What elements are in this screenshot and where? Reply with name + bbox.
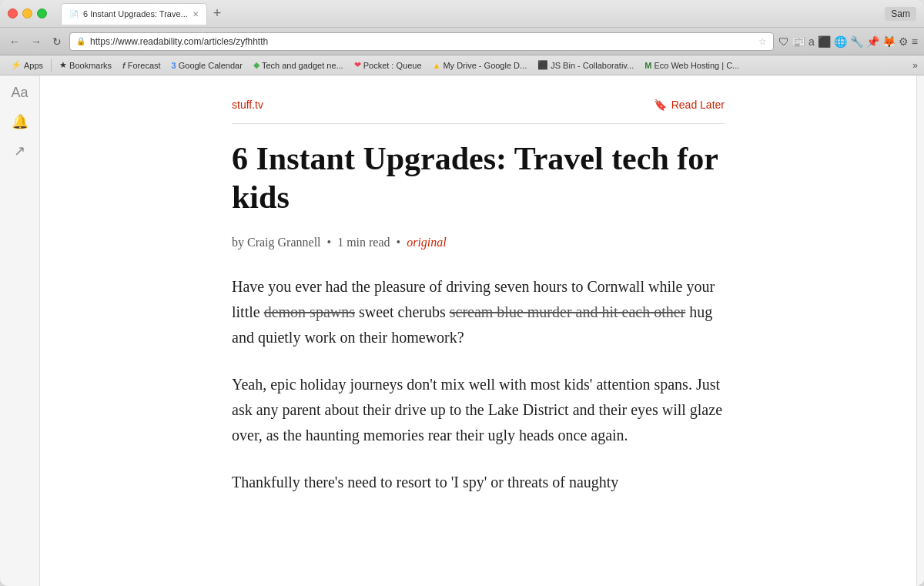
right-scrollbar[interactable] <box>916 75 924 586</box>
read-later-label: Read Later <box>671 99 725 111</box>
left-sidebar: Aa 🔔 ↗ <box>0 75 40 586</box>
bookmark-divider <box>51 59 52 72</box>
pocket-bookmark-icon: ❤ <box>354 60 361 70</box>
url-text: https://www.readability.com/articles/zyf… <box>90 36 754 47</box>
main-area: Aa 🔔 ↗ stuff.tv 🔖 Read Later 6 Instant U… <box>0 75 924 586</box>
article-paragraph-1: Have you ever had the pleasure of drivin… <box>232 274 725 350</box>
ext4-icon[interactable]: ⚙ <box>899 35 909 48</box>
tab-favicon: 📄 <box>69 10 79 18</box>
tab-close-button[interactable]: ✕ <box>192 10 199 18</box>
feedly-icon[interactable]: 🌐 <box>834 35 847 48</box>
bookmark-label: Google Calendar <box>179 61 243 70</box>
bookmark-label: Bookmarks <box>69 61 112 70</box>
bookmarks-more-button[interactable]: » <box>912 60 918 71</box>
bookmark-tech-gadget[interactable]: ◆ Tech and gadget ne... <box>249 59 348 72</box>
traffic-lights <box>8 8 47 18</box>
amazon-icon[interactable]: a <box>808 35 815 48</box>
content-area[interactable]: stuff.tv 🔖 Read Later 6 Instant Upgrades… <box>40 75 916 586</box>
bookmark-label: Apps <box>24 61 43 70</box>
menu-icon[interactable]: ≡ <box>912 35 918 48</box>
bookmarks-bar: ⚡ Apps ★ Bookmarks f Forecast 3 Google C… <box>0 55 924 75</box>
reader-icon[interactable]: 📰 <box>792 35 805 48</box>
ext3-icon[interactable]: 🦊 <box>882 35 896 48</box>
bookmark-label: Forecast <box>128 61 161 70</box>
tab-title: 6 Instant Upgrades: Trave... <box>83 9 188 18</box>
forecast-icon: f <box>122 61 126 70</box>
source-line: stuff.tv 🔖 Read Later <box>232 99 725 111</box>
bookmark-apps[interactable]: ⚡ Apps <box>6 59 48 72</box>
body-1-strikethrough-1: demon spawns <box>264 303 355 320</box>
bookmark-bookmarks[interactable]: ★ Bookmarks <box>55 59 116 72</box>
article-body: Have you ever had the pleasure of drivin… <box>232 274 725 495</box>
bookmark-label: Eco Web Hosting | C... <box>654 61 739 70</box>
bookmark-drive[interactable]: ▲ My Drive - Google D... <box>428 59 532 72</box>
bookmark-google-calendar[interactable]: 3 Google Calendar <box>167 59 247 72</box>
article-title: 6 Instant Upgrades: Travel tech for kids <box>232 139 725 217</box>
read-later-icon: 🔖 <box>654 99 667 111</box>
body-1-strikethrough-2: scream blue murder and hit each other <box>450 303 686 320</box>
maximize-button[interactable] <box>37 8 47 18</box>
text-size-icon[interactable]: Aa <box>11 85 28 101</box>
bookmarks-star-icon: ★ <box>59 60 67 70</box>
article-read-time: 1 min read <box>337 236 390 249</box>
article-author: by Craig Grannell <box>232 236 321 249</box>
article-divider <box>232 123 725 124</box>
bookmark-label: JS Bin - Collaborativ... <box>551 61 634 70</box>
article-paragraph-3: Thankfully there's need to resort to 'I … <box>232 470 725 495</box>
bookmark-eco-web[interactable]: M Eco Web Hosting | C... <box>640 59 744 72</box>
user-menu[interactable]: Sam <box>885 7 916 21</box>
pocket-icon[interactable]: 🛡 <box>778 35 789 48</box>
lock-icon: 🔒 <box>76 37 85 45</box>
close-button[interactable] <box>8 8 18 18</box>
apps-icon: ⚡ <box>11 60 22 70</box>
reader-view: stuff.tv 🔖 Read Later 6 Instant Upgrades… <box>216 75 740 540</box>
tech-gadget-icon: ◆ <box>253 60 259 70</box>
eco-web-icon: M <box>644 61 651 70</box>
jsbin-icon: ⬛ <box>537 60 548 70</box>
notifications-icon[interactable]: 🔔 <box>12 113 28 130</box>
new-tab-button[interactable]: + <box>210 5 225 22</box>
bookmark-jsbin[interactable]: ⬛ JS Bin - Collaborativ... <box>533 59 638 72</box>
lastpass-icon[interactable]: ⬛ <box>818 35 831 48</box>
back-button[interactable]: ← <box>6 34 23 49</box>
ext1-icon[interactable]: 🔧 <box>850 35 863 48</box>
article-original-link[interactable]: original <box>407 236 447 249</box>
read-later-button[interactable]: 🔖 Read Later <box>654 99 725 111</box>
browser-toolbar-icons: 🛡 📰 a ⬛ 🌐 🔧 📌 🦊 ⚙ ≡ <box>778 35 918 48</box>
active-tab[interactable]: 📄 6 Instant Upgrades: Trave... ✕ <box>61 3 207 25</box>
minimize-button[interactable] <box>22 8 32 18</box>
browser-window: 📄 6 Instant Upgrades: Trave... ✕ + Sam ←… <box>0 0 924 586</box>
address-bar: ← → ↻ 🔒 https://www.readability.com/arti… <box>0 28 924 55</box>
share-icon[interactable]: ↗ <box>14 142 25 159</box>
title-bar: 📄 6 Instant Upgrades: Trave... ✕ + Sam <box>0 0 924 28</box>
tab-bar: 📄 6 Instant Upgrades: Trave... ✕ + <box>61 3 879 25</box>
bookmark-label: My Drive - Google D... <box>443 61 527 70</box>
meta-dot-1: • <box>327 236 332 249</box>
bookmark-label: Pocket : Queue <box>363 61 422 70</box>
ext2-icon[interactable]: 📌 <box>866 35 879 48</box>
article-paragraph-2: Yeah, epic holiday journeys don't mix we… <box>232 372 725 448</box>
bookmark-forecast[interactable]: f Forecast <box>118 59 165 72</box>
drive-icon: ▲ <box>433 61 441 70</box>
bookmark-pocket[interactable]: ❤ Pocket : Queue <box>350 59 427 72</box>
article-meta: by Craig Grannell • 1 min read • origina… <box>232 236 725 249</box>
url-bar[interactable]: 🔒 https://www.readability.com/articles/z… <box>69 32 774 51</box>
google-calendar-icon: 3 <box>172 61 176 70</box>
forward-button[interactable]: → <box>28 34 45 49</box>
bookmark-label: Tech and gadget ne... <box>262 61 343 70</box>
reload-button[interactable]: ↻ <box>49 34 65 49</box>
meta-dot-2: • <box>397 236 401 249</box>
article-source: stuff.tv <box>232 99 263 111</box>
body-1-middle: sweet cherubs <box>355 303 450 320</box>
star-icon[interactable]: ☆ <box>758 36 767 47</box>
